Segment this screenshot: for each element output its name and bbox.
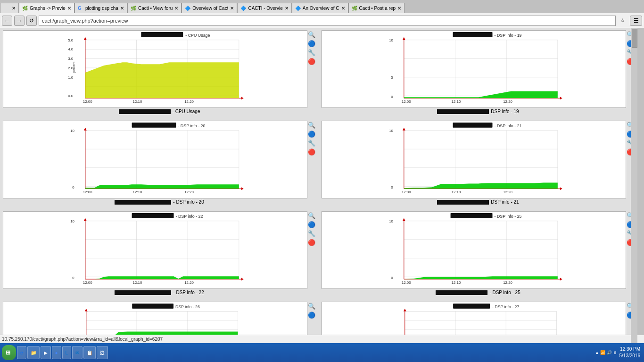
- info-icon-dsp20[interactable]: 🔵: [308, 131, 315, 138]
- tab-cacti-post[interactable]: 🌿 Cacti • Post a rep ✕: [348, 3, 405, 13]
- scrollbar[interactable]: [631, 28, 637, 343]
- bookmark-button[interactable]: ☆: [618, 16, 628, 26]
- back-button[interactable]: ←: [2, 16, 12, 26]
- zoom-icon-dsp26[interactable]: 🔍: [308, 303, 315, 310]
- taskbar-item-chrome[interactable]: ●: [52, 346, 61, 359]
- address-bar[interactable]: cacti/graph_view.php?action=preview: [39, 16, 616, 26]
- svg-text:12:10: 12:10: [133, 280, 142, 285]
- forward-button[interactable]: →: [14, 16, 25, 26]
- svg-text:12:10: 12:10: [452, 99, 461, 104]
- svg-text:- DSP info - 21: - DSP info - 21: [494, 123, 521, 128]
- svg-rect-0: [141, 32, 183, 37]
- tab-overview-cacti[interactable]: 🔷 Overview of Cact ✕: [182, 3, 237, 13]
- svg-text:12:00: 12:00: [402, 280, 411, 285]
- graph-svg-dsp25: - DSP info - 25 10 0: [322, 212, 626, 288]
- svg-text:12:20: 12:20: [503, 280, 512, 285]
- clock-time: 12:30 PM: [619, 346, 641, 353]
- svg-text:0: 0: [391, 276, 393, 280]
- svg-text:5.0: 5.0: [68, 38, 74, 42]
- refresh-button[interactable]: ↺: [26, 16, 37, 26]
- tab-close-2[interactable]: ✕: [67, 6, 71, 11]
- svg-text:- DSP info - 20: - DSP info - 20: [178, 123, 205, 128]
- outlook-icon: ✉: [75, 350, 79, 355]
- caption-text-cpu: - CPU Usage: [173, 109, 200, 114]
- graph-icons-cpu: 🔍 🔵 🔧 🔴: [307, 30, 316, 108]
- status-url: 10.75.250.170/cacti/graph.php?action=vie…: [2, 337, 163, 342]
- tab-close-1[interactable]: ✕: [12, 6, 16, 11]
- svg-text:5: 5: [391, 75, 393, 80]
- svg-text:12:00: 12:00: [83, 99, 92, 104]
- tab-title-3: plotting dsp cha: [85, 6, 118, 11]
- tab-favicon-5: 🔷: [185, 6, 190, 11]
- svg-text:- DSP info - 25: - DSP info - 25: [494, 214, 521, 219]
- scrollbar-thumb[interactable]: [632, 29, 637, 48]
- caption-text-dsp22: - DSP info - 22: [173, 290, 204, 295]
- taskbar-item-ie[interactable]: e: [17, 346, 26, 359]
- tab-an-overview[interactable]: 🔷 An Overview of C ✕: [292, 3, 348, 13]
- tab-cacti-overview[interactable]: 🔷 CACTI - Overvie ✕: [237, 3, 291, 13]
- graph-wrapper-dsp25: - DSP info - 25 10 0: [322, 211, 635, 289]
- svg-text:0: 0: [72, 185, 74, 189]
- tab-close-5[interactable]: ✕: [230, 6, 234, 11]
- svg-text:12:00: 12:00: [402, 99, 411, 104]
- menu-button[interactable]: ☰: [630, 16, 642, 26]
- alert-icon-cpu[interactable]: 🔴: [308, 58, 315, 65]
- tab-title-8: Cacti • Post a rep: [359, 6, 396, 11]
- tab-close-4[interactable]: ✕: [174, 6, 178, 11]
- tab-cacti-forum[interactable]: 🌿 Cacti • View foru ✕: [127, 3, 182, 13]
- taskbar-item-outlook[interactable]: ✉: [72, 346, 83, 359]
- svg-marker-45: [404, 91, 558, 98]
- graph-wrapper-dsp26: DSP info - 26 🔍 �: [3, 302, 316, 339]
- settings-icon-cpu[interactable]: 🔧: [308, 49, 315, 56]
- zoom-icon-cpu[interactable]: 🔍: [308, 31, 315, 38]
- svg-text:- CPU Usage: - CPU Usage: [185, 33, 210, 38]
- caption-dsp19: DSP info - 19: [322, 108, 635, 115]
- caption-redact-cpu: [119, 109, 171, 114]
- taskbar-item-app8[interactable]: 🖼: [97, 346, 108, 359]
- info-icon-dsp26[interactable]: 🔵: [308, 312, 315, 319]
- graph-svg-dsp26: DSP info - 26: [3, 302, 307, 339]
- graph-section-dsp21: - DSP info - 21 10 0: [319, 119, 637, 209]
- start-button[interactable]: ⊞: [2, 345, 16, 360]
- svg-text:0: 0: [72, 276, 74, 280]
- clock-date: 5/13/2016: [619, 353, 641, 359]
- svg-text:10: 10: [389, 38, 393, 42]
- tab-close-7[interactable]: ✕: [341, 6, 345, 11]
- graph-container-dsp25: - DSP info - 25 10 0: [322, 211, 626, 289]
- caption-text-dsp20: - DSP info - 20: [173, 199, 204, 205]
- graph-wrapper-cpu: - CPU Usage: [3, 30, 316, 108]
- graph-wrapper-dsp21: - DSP info - 21 10 0: [322, 121, 635, 198]
- graph-icons-dsp20: 🔍 🔵 🔧 🔴: [307, 121, 316, 198]
- svg-marker-141: [85, 309, 88, 312]
- taskbar-items: e 📁 ▶ ● L ✉ 📋 🖼: [17, 346, 592, 359]
- tab-plotting-dsp[interactable]: G plotting dsp cha ✕: [74, 3, 127, 13]
- taskbar-item-media[interactable]: ▶: [41, 346, 51, 359]
- taskbar-item-files[interactable]: 📋: [83, 346, 96, 359]
- settings-icon-dsp20[interactable]: 🔧: [308, 140, 315, 147]
- info-icon-dsp22[interactable]: 🔵: [308, 221, 315, 228]
- svg-marker-14: [241, 97, 244, 99]
- tray-icons: ▲ 📶 🔊 🖥: [595, 350, 617, 355]
- tab-close-6[interactable]: ✕: [285, 6, 289, 11]
- tab-close-8[interactable]: ✕: [397, 6, 401, 11]
- zoom-icon-dsp22[interactable]: 🔍: [308, 212, 315, 219]
- svg-text:12:20: 12:20: [184, 190, 194, 194]
- taskbar-item-lync[interactable]: L: [62, 346, 72, 359]
- caption-redact-dsp19: [437, 109, 489, 114]
- tab-title-2: Graphs -> Previe: [30, 6, 66, 11]
- tab-close-3[interactable]: ✕: [120, 6, 124, 11]
- svg-text:0: 0: [391, 185, 393, 189]
- info-icon-cpu[interactable]: 🔵: [308, 40, 315, 47]
- tab-blank[interactable]: ✕: [0, 3, 19, 13]
- zoom-icon-dsp20[interactable]: 🔍: [308, 122, 315, 129]
- alert-icon-dsp22[interactable]: 🔴: [308, 239, 315, 246]
- main-content: - CPU Usage: [0, 28, 637, 343]
- graph-section-cpu: - CPU Usage: [0, 28, 319, 119]
- tab-graphs-preview[interactable]: 🌿 Graphs -> Previe ✕: [19, 3, 74, 13]
- alert-icon-dsp20[interactable]: 🔴: [308, 148, 315, 156]
- svg-marker-24: [85, 62, 239, 98]
- settings-icon-dsp22[interactable]: 🔧: [308, 230, 315, 237]
- caption-redact-dsp20: [115, 200, 171, 205]
- taskbar-item-explorer[interactable]: 📁: [27, 346, 40, 359]
- svg-text:- DSP info - 22: - DSP info - 22: [175, 214, 203, 219]
